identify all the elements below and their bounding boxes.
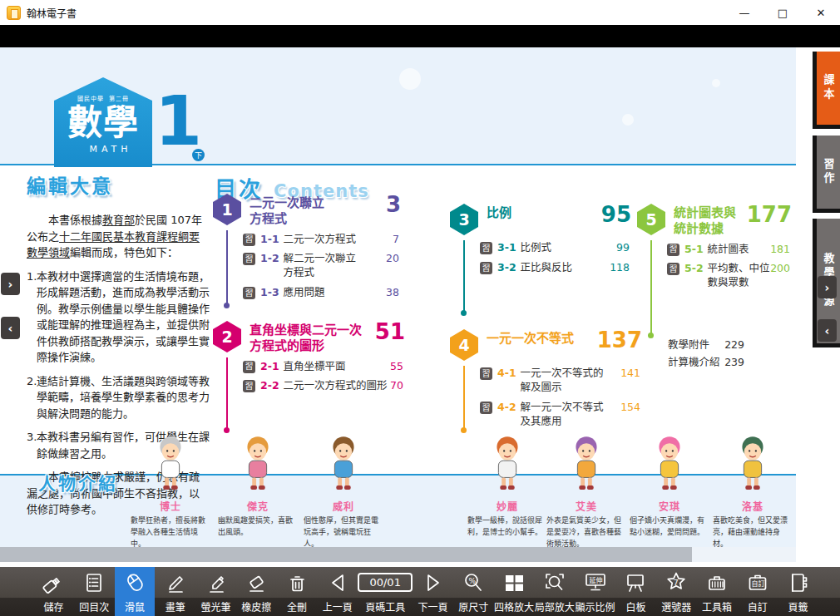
character-card: 安琪 個子嬌小天真爛漫，有點小迷糊，愛問問題。 <box>630 434 709 539</box>
back-to-contents-button[interactable]: 回目次 <box>74 567 115 616</box>
book-page: 國民中學第二冊 數學 MATH 1 下 編輯大意 本書係根據教育部於民國 107… <box>0 47 840 547</box>
toc-section-row[interactable]: 習 4-2 解一元一次不等式及其應用 154 <box>480 401 645 429</box>
chapter-title[interactable]: 一元一次不等式 <box>487 331 574 347</box>
save-button[interactable]: 儲存 <box>33 567 74 616</box>
page-tabs-button[interactable]: 頁籤 <box>778 567 818 616</box>
editorial-title: 編輯大意 <box>27 170 210 199</box>
character-description: 個性憨厚，但其實是電玩高手，號稱電玩狂人。 <box>304 515 383 550</box>
toc-extras: 教學附件 229 計算機介紹 239 <box>668 336 744 372</box>
app-logo-icon <box>7 6 21 20</box>
toc-section-row[interactable]: 習 1-1 二元一次方程式 7 <box>243 233 404 247</box>
custom-button[interactable]: 自訂 自訂 <box>737 567 778 616</box>
chapter-header[interactable]: 4 一元一次不等式 137 <box>450 329 645 361</box>
next-page-icon <box>421 567 446 598</box>
chapter-header[interactable]: 1 二元一次聯立方程式 3 <box>213 194 404 227</box>
minimize-button[interactable]: — <box>725 1 763 24</box>
left-forward-arrow-button[interactable]: › <box>1 273 20 295</box>
character-card: 威利 個性憨厚，但其實是電玩高手，號稱電玩狂人。 <box>304 434 383 550</box>
left-back-arrow-button[interactable]: ‹ <box>1 317 20 339</box>
whiteboard-button[interactable]: 白板 <box>615 567 656 616</box>
chapter-title[interactable]: 比例 <box>487 205 511 221</box>
toc-section-row[interactable]: 習 1-2 解二元一次聯立方程式 20 <box>243 252 404 280</box>
display-ratio-button[interactable]: 延伸 顯示比例 <box>575 567 615 616</box>
original-size-button[interactable]: % 原尺寸 <box>453 567 494 616</box>
chapter-5: 5 統計圖表與統計數據 177 習 5-1 統計圖表 181 習 5-2 平均數… <box>637 204 795 338</box>
section-title[interactable]: 平均數、中位數與眾數 <box>708 262 771 290</box>
workbook-badge: 習 <box>243 234 255 246</box>
character-illustration <box>562 434 610 494</box>
toc-section-row[interactable]: 習 3-1 比例式 99 <box>480 241 635 255</box>
section-title[interactable]: 二元一次方程式的圖形 <box>284 379 388 393</box>
workbook-badge: 習 <box>243 287 255 299</box>
section-title[interactable]: 一元一次不等式的解及圖示 <box>521 367 614 395</box>
section-title[interactable]: 二元一次方程式 <box>284 233 357 247</box>
character-name: 艾美 <box>546 499 626 513</box>
section-page: 70 <box>390 379 408 393</box>
character-name: 傑克 <box>218 499 298 513</box>
chapter-title[interactable]: 直角坐標與二元一次方程式的圖形 <box>250 323 370 354</box>
workbook-badge: 習 <box>480 402 492 414</box>
horizontal-scrollbar[interactable] <box>0 547 796 562</box>
volume-number: 1 <box>155 87 202 155</box>
section-title[interactable]: 直角坐標平面 <box>284 360 346 374</box>
close-button[interactable]: ✕ <box>802 1 840 24</box>
number-picker-button[interactable]: 7 選號器 <box>656 567 697 616</box>
eraser-tool-button[interactable]: 橡皮擦 <box>236 567 277 616</box>
bottom-toolbar: 儲存 回目次 滑鼠 畫筆 螢光筆 <box>0 567 840 616</box>
window-controls: — □ ✕ <box>725 1 840 24</box>
volume-suffix-badge: 下 <box>192 149 205 161</box>
mouse-tool-button[interactable]: 滑鼠 <box>115 567 156 616</box>
pen-tool-button[interactable]: 畫筆 <box>155 567 195 616</box>
chapter-header[interactable]: 2 直角坐標與二元一次方程式的圖形 51 <box>213 321 408 354</box>
page-indicator-value[interactable]: 00/01 <box>358 573 412 592</box>
chapter-title[interactable]: 統計圖表與統計數據 <box>674 205 744 237</box>
quad-zoom-button[interactable]: 四格放大 <box>494 567 535 616</box>
tab-textbook[interactable]: 課本 <box>813 52 840 129</box>
character-illustration <box>234 434 282 494</box>
maximize-button[interactable]: □ <box>763 1 802 24</box>
section-title[interactable]: 解二元一次聯立方程式 <box>284 252 363 280</box>
chapter-3: 3 比例 95 習 3-1 比例式 99 習 3-2 正比與反比 118 <box>450 204 635 316</box>
character-name: 妙麗 <box>467 499 547 513</box>
toc-section-row[interactable]: 習 5-2 平均數、中位數與眾數 200 <box>667 262 795 290</box>
toc-section-row[interactable]: 習 3-2 正比與反比 118 <box>480 261 635 275</box>
toc-section-row[interactable]: 習 1-3 應用問題 38 <box>243 286 404 300</box>
chapter-header[interactable]: 5 統計圖表與統計數據 177 <box>637 204 795 237</box>
character-description: 數學一級棒，說話很犀利，是博士的小幫手。 <box>467 515 547 539</box>
right-forward-arrow-button[interactable]: › <box>818 276 837 298</box>
section-number: 4-1 <box>497 367 516 381</box>
chapter-header[interactable]: 3 比例 95 <box>450 204 635 235</box>
chapter-title[interactable]: 二元一次聯立方程式 <box>250 195 333 227</box>
extra-row[interactable]: 教學附件 229 <box>668 336 744 353</box>
page-number-tool[interactable]: 00/01 頁碼工具 <box>358 567 413 616</box>
right-back-arrow-button[interactable]: ‹ <box>818 319 837 342</box>
editorial-point: 2. 連結計算機、生活議題與跨領域等教學範疇，培養學生數學素養的思考力與解決問題… <box>27 373 210 422</box>
toc-section-row[interactable]: 習 2-1 直角坐標平面 55 <box>243 360 408 374</box>
previous-page-button[interactable]: 上一頁 <box>317 567 358 616</box>
pen-icon <box>163 567 188 598</box>
toc-section-row[interactable]: 習 2-2 二元一次方程式的圖形 70 <box>243 379 408 393</box>
extra-row[interactable]: 計算機介紹 239 <box>668 353 744 371</box>
workbook-badge: 習 <box>667 263 679 275</box>
toc-section-row[interactable]: 習 4-1 一元一次不等式的解及圖示 141 <box>480 367 645 395</box>
delete-all-button[interactable]: 全刪 <box>277 567 318 616</box>
section-title[interactable]: 應用問題 <box>284 286 325 300</box>
section-title[interactable]: 比例式 <box>521 241 552 255</box>
top-black-bar <box>0 25 840 47</box>
section-title[interactable]: 解一元一次不等式及其應用 <box>521 401 614 429</box>
character-description: 幽默風趣愛搞笑，喜歡出風頭。 <box>218 515 298 539</box>
page-indicator: 00/01 <box>358 567 412 598</box>
intro-underlined: 教育部 <box>102 214 135 226</box>
section-title[interactable]: 正比與反比 <box>521 261 573 275</box>
tab-workbook[interactable]: 習作 <box>813 136 840 213</box>
decor-dot <box>712 79 720 87</box>
toolbox-button[interactable]: 工具箱 <box>697 567 738 616</box>
section-page: 99 <box>616 241 635 255</box>
toc-section-row[interactable]: 習 5-1 統計圖表 181 <box>667 243 795 257</box>
highlighter-tool-button[interactable]: 螢光筆 <box>195 567 236 616</box>
section-title[interactable]: 統計圖表 <box>708 243 749 257</box>
next-page-button[interactable]: 下一頁 <box>413 567 453 616</box>
area-zoom-button[interactable]: 局部放大 <box>534 567 575 616</box>
svg-text:7: 7 <box>674 578 679 587</box>
workbook-badge: 習 <box>480 367 492 380</box>
